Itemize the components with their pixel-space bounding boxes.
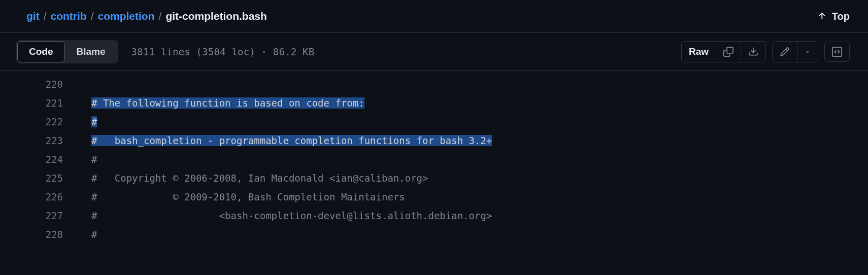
code-line[interactable]: # © 2009-2010, Bash Completion Maintaine…: [91, 188, 405, 207]
edit-button-group: [772, 41, 818, 62]
tab-code[interactable]: Code: [17, 41, 65, 62]
line-number[interactable]: 223: [0, 131, 91, 150]
line-number[interactable]: 225: [0, 169, 91, 188]
line-number[interactable]: 228: [0, 225, 91, 244]
code-line[interactable]: #: [91, 113, 97, 131]
code-row: 226# © 2009-2010, Bash Completion Mainta…: [0, 188, 868, 207]
breadcrumb-separator: /: [159, 10, 162, 22]
line-number[interactable]: 221: [0, 94, 91, 113]
line-number[interactable]: 220: [0, 75, 91, 94]
breadcrumb-separator: /: [44, 10, 47, 22]
download-button[interactable]: [741, 42, 765, 62]
tab-blame[interactable]: Blame: [65, 41, 117, 62]
code-area[interactable]: 220221# The following function is based …: [0, 71, 868, 244]
breadcrumb-link-git[interactable]: git: [26, 10, 40, 22]
line-number[interactable]: 227: [0, 207, 91, 225]
breadcrumb-current-file: git-completion.bash: [165, 10, 267, 22]
pencil-icon: [780, 47, 790, 57]
edit-dropdown-button[interactable]: [797, 42, 818, 62]
toolbar: Code Blame 3811 lines (3504 loc) · 86.2 …: [0, 33, 868, 71]
breadcrumb-bar: git / contrib / completion / git-complet…: [0, 0, 868, 33]
file-info: 3811 lines (3504 loc) · 86.2 KB: [131, 46, 315, 57]
top-link[interactable]: Top: [817, 11, 850, 22]
copy-button[interactable]: [716, 42, 741, 62]
download-icon: [748, 47, 758, 57]
tab-group: Code Blame: [16, 40, 118, 63]
breadcrumb-link-contrib[interactable]: contrib: [51, 10, 87, 22]
line-number[interactable]: 222: [0, 113, 91, 131]
line-number[interactable]: 226: [0, 188, 91, 207]
toolbar-left: Code Blame 3811 lines (3504 loc) · 86.2 …: [16, 40, 314, 63]
code-row: 221# The following function is based on …: [0, 94, 868, 113]
symbols-button[interactable]: [824, 42, 850, 62]
code-line[interactable]: #: [91, 150, 97, 169]
code-row: 220: [0, 75, 868, 94]
raw-button[interactable]: Raw: [682, 42, 716, 62]
code-row: 222#: [0, 113, 868, 131]
breadcrumb: git / contrib / completion / git-complet…: [26, 10, 267, 22]
breadcrumb-link-completion[interactable]: completion: [98, 10, 155, 22]
arrow-up-icon: [817, 11, 827, 21]
code-row: 225# Copyright © 2006-2008, Ian Macdonal…: [0, 169, 868, 188]
raw-button-group: Raw: [681, 41, 766, 62]
symbols-icon: [832, 47, 842, 57]
code-line[interactable]: #: [91, 225, 97, 244]
line-number[interactable]: 224: [0, 150, 91, 169]
code-row: 224#: [0, 150, 868, 169]
code-row: 228#: [0, 225, 868, 244]
code-row: 223# bash_completion - programmable comp…: [0, 131, 868, 150]
code-line[interactable]: # Copyright © 2006-2008, Ian Macdonald <…: [91, 169, 428, 188]
code-line[interactable]: # <bash-completion-devel@lists.alioth.de…: [91, 207, 492, 225]
breadcrumb-separator: /: [91, 10, 94, 22]
code-row: 227# <bash-completion-devel@lists.alioth…: [0, 207, 868, 225]
triangle-down-icon: [805, 49, 811, 55]
toolbar-right: Raw: [681, 41, 850, 62]
code-line[interactable]: # bash_completion - programmable complet…: [91, 131, 492, 150]
top-link-label: Top: [832, 11, 850, 22]
code-line[interactable]: # The following function is based on cod…: [91, 94, 364, 113]
copy-icon: [723, 47, 733, 57]
edit-button[interactable]: [773, 42, 797, 62]
